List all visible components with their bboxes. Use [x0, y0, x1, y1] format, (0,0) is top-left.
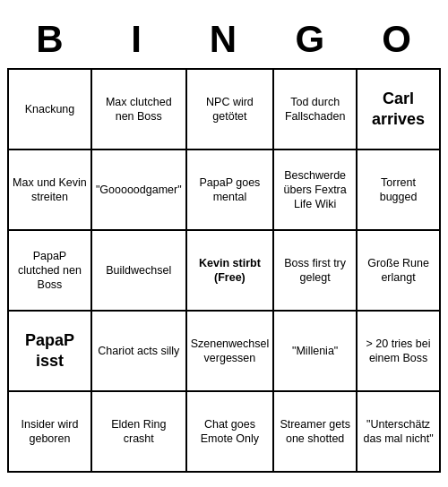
bingo-cell-13: Boss first try gelegt [274, 231, 358, 312]
cell-text-17: Szenenwechsel vergessen [191, 337, 270, 366]
bingo-cell-12: Kevin stirbt (Free) [187, 231, 275, 312]
cell-text-1: Max clutched nen Boss [96, 95, 182, 124]
bingo-title: B I N G O [7, 14, 441, 68]
cell-text-4: Carl arrives [361, 89, 435, 131]
cell-text-12: Kevin stirbt (Free) [191, 256, 270, 286]
title-o: O [360, 18, 435, 61]
bingo-cell-18: "Millenia" [274, 312, 358, 392]
bingo-cell-11: Buildwechsel [92, 231, 187, 312]
cell-text-3: Tod durch Fallschaden [278, 95, 352, 124]
bingo-cell-9: Torrent bugged [358, 150, 441, 231]
bingo-card: B I N G O KnackungMax clutched nen BossN… [0, 7, 448, 480]
title-n: N [186, 18, 262, 61]
bingo-cell-10: PapaP clutched nen Boss [9, 231, 92, 312]
cell-text-18: "Millenia" [292, 344, 338, 358]
cell-text-11: Buildwechsel [106, 263, 171, 278]
cell-text-21: Elden Ring crasht [96, 417, 182, 447]
cell-text-20: Insider wird geboren [13, 417, 87, 447]
bingo-cell-5: Max und Kevin streiten [9, 150, 92, 231]
bingo-cell-20: Insider wird geboren [9, 392, 92, 473]
bingo-cell-16: Chariot acts silly [92, 312, 187, 392]
cell-text-15: PapaP isst [13, 330, 87, 372]
cell-text-9: Torrent bugged [361, 175, 435, 205]
bingo-cell-14: Große Rune erlangt [358, 231, 441, 312]
bingo-cell-2: NPC wird getötet [187, 70, 275, 150]
cell-text-16: Chariot acts silly [98, 344, 179, 358]
title-g: G [273, 18, 349, 61]
cell-text-8: Beschwerde übers Fextra Life Wiki [278, 168, 352, 212]
bingo-cell-24: "Unterschätz das mal nicht" [358, 392, 441, 473]
bingo-cell-3: Tod durch Fallschaden [274, 70, 358, 150]
title-b: B [13, 18, 88, 61]
cell-text-7: PapaP goes mental [191, 175, 270, 205]
bingo-cell-19: > 20 tries bei einem Boss [358, 312, 441, 392]
cell-text-13: Boss first try gelegt [278, 256, 352, 286]
bingo-cell-6: "Gooooodgamer" [92, 150, 187, 231]
title-i: I [99, 18, 175, 61]
cell-text-10: PapaP clutched nen Boss [13, 249, 87, 293]
bingo-cell-0: Knackung [9, 70, 92, 150]
cell-text-6: "Gooooodgamer" [96, 183, 182, 197]
bingo-cell-15: PapaP isst [9, 312, 92, 392]
bingo-cell-21: Elden Ring crasht [92, 392, 187, 473]
cell-text-19: > 20 tries bei einem Boss [361, 337, 435, 366]
bingo-cell-7: PapaP goes mental [187, 150, 275, 231]
cell-text-2: NPC wird getötet [191, 95, 270, 124]
bingo-cell-1: Max clutched nen Boss [92, 70, 187, 150]
bingo-cell-22: Chat goes Emote Only [187, 392, 275, 473]
bingo-grid: KnackungMax clutched nen BossNPC wird ge… [7, 68, 441, 473]
bingo-cell-4: Carl arrives [358, 70, 441, 150]
cell-text-22: Chat goes Emote Only [191, 417, 270, 447]
cell-text-0: Knackung [25, 102, 75, 116]
cell-text-14: Große Rune erlangt [361, 256, 435, 286]
bingo-cell-8: Beschwerde übers Fextra Life Wiki [274, 150, 358, 231]
cell-text-23: Streamer gets one shotted [278, 417, 352, 447]
cell-text-24: "Unterschätz das mal nicht" [361, 417, 435, 447]
cell-text-5: Max und Kevin streiten [13, 175, 87, 205]
bingo-cell-23: Streamer gets one shotted [274, 392, 358, 473]
bingo-cell-17: Szenenwechsel vergessen [187, 312, 275, 392]
